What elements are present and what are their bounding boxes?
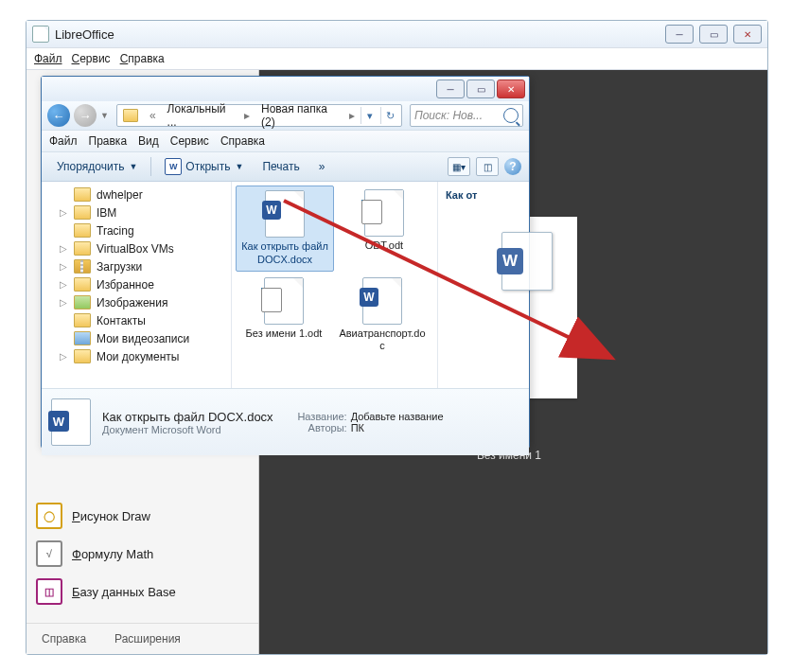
tree-item[interactable]: ▷IBM	[42, 203, 231, 221]
file-icon	[261, 190, 308, 238]
view-mode-button[interactable]: ▦▾	[448, 157, 470, 176]
print-button[interactable]: Печать	[255, 157, 307, 176]
search-input[interactable]: Поиск: Нов...	[410, 104, 523, 127]
tree-item[interactable]: ▷Загрузки	[42, 257, 231, 275]
organize-button[interactable]: Упорядочить▼	[49, 157, 145, 176]
minimize-button[interactable]: ─	[665, 25, 694, 44]
explorer-navbar: ← → ▼ « Локальный ... ▸ Новая папка (2) …	[42, 101, 529, 130]
maximize-button[interactable]: ▭	[699, 25, 728, 44]
nav-forward-button[interactable]: →	[74, 104, 97, 127]
folder-icon	[123, 109, 138, 122]
breadcrumb-seg2[interactable]: Новая папка (2)	[255, 102, 343, 129]
tree-item[interactable]: ▷VirtualBox VMs	[42, 239, 231, 257]
menu-file[interactable]: Файл	[34, 52, 62, 65]
details-filetype: Документ Microsoft Word	[102, 424, 273, 435]
menu-service[interactable]: Сервис	[72, 52, 111, 65]
explorer-close-button[interactable]: ✕	[497, 80, 525, 98]
libreoffice-menubar: Файл Сервис Справка	[26, 47, 767, 70]
base-icon: ◫	[36, 578, 62, 605]
explorer-maximize-button[interactable]: ▭	[466, 80, 495, 98]
word-icon: W	[165, 158, 182, 175]
tree-item[interactable]: ▷Избранное	[42, 275, 231, 293]
menu-tools[interactable]: Сервис	[170, 134, 209, 148]
preview-pane-button[interactable]: ◫	[476, 157, 499, 176]
folder-icon	[74, 349, 91, 363]
chevron-icon: ▷	[59, 279, 68, 290]
file-icon	[260, 277, 308, 325]
folder-icon	[74, 331, 91, 345]
start-item-base[interactable]: ◫ Базу данных Base	[26, 573, 258, 610]
open-button[interactable]: W Открыть▼	[157, 155, 251, 178]
file-item[interactable]: Без имени 1.odt	[236, 274, 332, 358]
explorer-titlebar[interactable]: ─ ▭ ✕	[42, 77, 529, 101]
address-bar[interactable]: « Локальный ... ▸ Новая папка (2) ▸ ▾ ↻	[116, 104, 402, 127]
libreoffice-titlebar[interactable]: LibreOffice ─ ▭ ✕	[26, 21, 767, 47]
file-name: Авиатранспорт.doc	[338, 327, 427, 354]
footer-extensions[interactable]: Расширения	[114, 632, 181, 645]
folder-icon	[74, 259, 91, 274]
refresh-button[interactable]: ↻	[380, 107, 398, 124]
explorer-window: ─ ▭ ✕ ← → ▼ « Локальный ... ▸ Новая папк…	[41, 76, 530, 449]
chevron-icon: ▷	[59, 243, 68, 254]
details-title[interactable]: Добавьте название	[351, 411, 444, 422]
menu-help[interactable]: Справка	[120, 52, 165, 65]
chevron-icon: ▷	[59, 207, 68, 218]
explorer-toolbar: Упорядочить▼ W Открыть▼ Печать » ▦▾ ◫ ?	[42, 152, 529, 182]
folder-icon	[74, 277, 91, 292]
file-item[interactable]: Авиатранспорт.doc	[334, 274, 431, 358]
folder-icon	[74, 187, 91, 202]
details-filename: Как открыть файл DOCX.docx	[102, 410, 273, 424]
file-name: ODT.odt	[340, 239, 429, 253]
folder-tree: dwhelper▷IBMTracing▷VirtualBox VMs▷Загру…	[42, 182, 232, 388]
document-icon	[32, 26, 49, 43]
folder-icon	[74, 295, 91, 309]
details-authors[interactable]: ПК	[351, 422, 364, 433]
file-item[interactable]: ODT.odt	[336, 186, 432, 272]
file-name: Без имени 1.odt	[239, 327, 328, 341]
breadcrumb-seg1[interactable]: Локальный ...	[162, 102, 238, 129]
search-icon	[503, 108, 519, 123]
menu-help[interactable]: Справка	[220, 134, 265, 148]
menu-file[interactable]: Файл	[49, 134, 78, 148]
explorer-minimize-button[interactable]: ─	[436, 80, 465, 98]
folder-icon	[74, 241, 91, 256]
nav-back-button[interactable]: ←	[47, 104, 70, 127]
address-dropdown[interactable]: ▾	[361, 107, 378, 124]
folder-icon	[74, 223, 91, 238]
start-item-draw[interactable]: ◯ Рисунок Draw	[26, 497, 258, 535]
help-button[interactable]: ?	[504, 158, 521, 175]
tree-item[interactable]: ▷Мои документы	[42, 347, 231, 365]
file-name: Как открыть файл DOCX.docx	[240, 240, 329, 267]
start-footer: Справка Расширения	[26, 623, 258, 654]
chevron-icon: ▷	[59, 261, 68, 272]
explorer-menubar: Файл Правка Вид Сервис Справка	[42, 130, 529, 152]
details-file-icon	[51, 398, 93, 446]
chevron-icon: ▷	[59, 297, 68, 308]
file-item[interactable]: Как открыть файл DOCX.docx	[236, 186, 334, 272]
tree-item[interactable]: ▷Изображения	[42, 293, 231, 311]
drag-ghost-icon	[501, 232, 566, 298]
folder-icon	[74, 313, 91, 327]
toolbar-more[interactable]: »	[311, 157, 333, 176]
tree-item[interactable]: Tracing	[42, 221, 231, 239]
math-icon: √	[36, 540, 62, 567]
footer-help[interactable]: Справка	[42, 632, 86, 645]
close-button[interactable]: ✕	[733, 25, 762, 44]
file-icon	[359, 277, 406, 325]
chevron-icon: ▷	[59, 351, 68, 362]
menu-view[interactable]: Вид	[138, 134, 159, 148]
file-list[interactable]: Как открыть файл DOCX.docxODT.odtБез име…	[232, 182, 437, 388]
details-pane: Как открыть файл DOCX.docx Документ Micr…	[42, 388, 529, 455]
tree-item[interactable]: dwhelper	[42, 186, 231, 203]
draw-icon: ◯	[36, 503, 62, 529]
tree-item[interactable]: Контакты	[42, 311, 231, 329]
nav-history-arrow[interactable]: ▼	[100, 111, 109, 120]
window-title: LibreOffice	[55, 27, 665, 42]
start-item-math[interactable]: √ Формулу Math	[26, 535, 258, 573]
menu-edit[interactable]: Правка	[89, 134, 128, 148]
file-icon	[361, 189, 408, 237]
tree-item[interactable]: Мои видеозаписи	[42, 329, 231, 347]
folder-icon	[74, 205, 91, 220]
